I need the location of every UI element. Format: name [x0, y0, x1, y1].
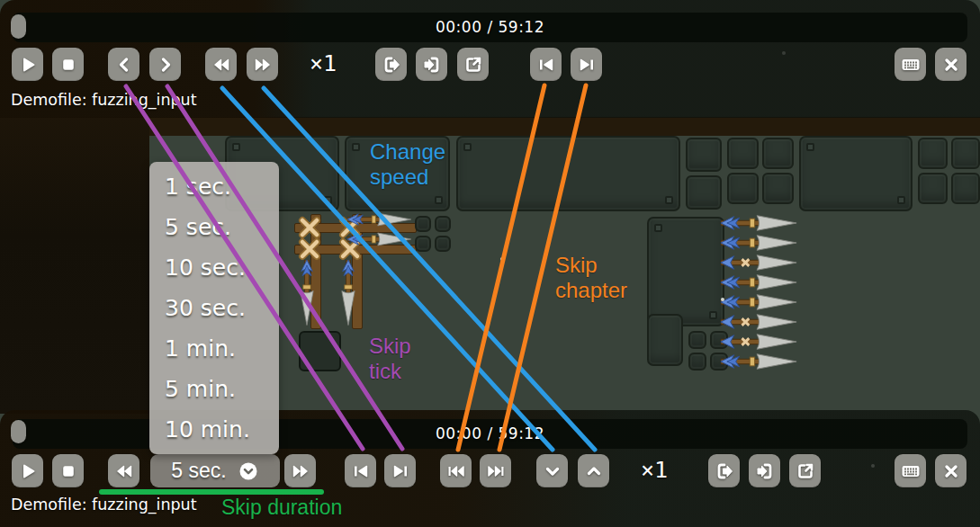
tile — [415, 216, 431, 232]
close-button[interactable] — [935, 454, 967, 487]
dropdown-value: 5 sec. — [171, 459, 226, 483]
speed-indicator: ×1 — [641, 457, 668, 483]
skip-chapter-forward-button[interactable] — [480, 454, 511, 487]
arrow-sprite — [721, 214, 800, 232]
arrow-sprite-down — [339, 260, 357, 328]
tile — [799, 136, 913, 211]
tile — [918, 138, 948, 169]
menu-item[interactable]: 10 min. — [149, 409, 279, 450]
arrow-sprite — [347, 230, 414, 248]
tile — [688, 353, 706, 371]
demofile-label: Demofile: fuzzing_input — [11, 496, 197, 514]
tile — [299, 331, 341, 371]
skip-chapter-back-button[interactable] — [440, 454, 472, 487]
import-button[interactable] — [749, 454, 780, 487]
tile — [951, 138, 980, 169]
open-external-button[interactable] — [457, 48, 489, 81]
skip-tick-back-button[interactable] — [108, 48, 139, 81]
tile — [727, 138, 759, 169]
skip-duration-menu: 1 sec. 5 sec. 10 sec. 30 sec. 1 min. 5 m… — [149, 162, 279, 454]
tile — [456, 136, 680, 211]
arrow-sprite — [721, 333, 800, 351]
export-button[interactable] — [708, 454, 740, 487]
seek-bar[interactable]: 00:00 / 59:12 — [13, 13, 967, 42]
skip-duration-back-button[interactable] — [108, 454, 139, 487]
tile — [951, 173, 980, 204]
arrow-sprite — [721, 234, 800, 252]
menu-item[interactable]: 1 min. — [149, 328, 279, 369]
speed-down-button[interactable] — [536, 454, 568, 487]
close-button[interactable] — [935, 48, 967, 81]
import-button[interactable] — [416, 48, 447, 81]
menu-item[interactable]: 30 sec. — [149, 288, 279, 328]
skip-chapter-forward-button[interactable] — [571, 48, 602, 81]
time-display: 00:00 / 59:12 — [436, 424, 544, 442]
bottom-player-panel: 00:00 / 59:12 5 sec. ×1 — [0, 410, 980, 527]
skip-chapter-back-button[interactable] — [530, 48, 562, 81]
star-dot — [721, 298, 724, 301]
speed-up-button[interactable] — [247, 48, 278, 81]
menu-item[interactable]: 5 sec. — [149, 207, 279, 247]
skip-duration-dropdown[interactable]: 5 sec. — [150, 454, 280, 487]
drag-handle[interactable] — [11, 14, 26, 39]
arrow-sprite — [721, 254, 800, 272]
arrow-sprite — [721, 353, 800, 371]
export-button[interactable] — [375, 48, 407, 81]
tile — [688, 331, 706, 349]
tile — [686, 138, 722, 172]
x-mark — [298, 216, 321, 239]
arrow-sprite — [347, 210, 414, 228]
skip-duration-forward-button[interactable] — [284, 454, 316, 487]
tile — [415, 236, 431, 252]
keyboard-button[interactable] — [895, 48, 926, 81]
play-button[interactable] — [12, 454, 43, 487]
circle-chevron-down-icon — [238, 460, 259, 482]
speed-up-button[interactable] — [578, 454, 609, 487]
tile — [727, 173, 759, 204]
tile — [647, 217, 724, 326]
tile — [435, 236, 451, 252]
menu-item[interactable]: 5 min. — [149, 369, 279, 409]
arrow-sprite — [721, 313, 800, 331]
tile — [762, 173, 794, 204]
arrow-sprite — [721, 273, 800, 291]
tile — [686, 175, 722, 210]
time-display: 00:00 / 59:12 — [436, 18, 544, 36]
annotation-change-speed: Change speed — [370, 139, 460, 190]
annotation-skip-chapter: Skip chapter — [555, 253, 650, 303]
tile — [762, 138, 794, 169]
annotation-skip-duration: Skip duration — [221, 495, 342, 520]
speed-indicator: ×1 — [310, 50, 337, 76]
top-player-panel: 00:00 / 59:12 ×1 Demofil — [0, 0, 980, 118]
stop-button[interactable] — [52, 454, 84, 487]
x-mark — [298, 237, 321, 261]
annotation-skip-tick: Skip tick — [369, 334, 432, 384]
skip-tick-forward-button[interactable] — [149, 48, 181, 81]
skip-tick-back-button[interactable] — [345, 454, 376, 487]
skip-tick-forward-button[interactable] — [384, 454, 416, 487]
menu-item[interactable]: 10 sec. — [149, 247, 279, 288]
keyboard-button[interactable] — [895, 454, 926, 487]
side-panel-shadow — [0, 117, 149, 414]
speed-down-button[interactable] — [205, 48, 237, 81]
play-button[interactable] — [12, 48, 43, 81]
drag-handle[interactable] — [11, 420, 26, 443]
arrow-sprite-down — [298, 260, 316, 328]
open-external-button[interactable] — [789, 454, 821, 487]
screenshot-root: 00:00 / 59:12 ×1 Demofil — [0, 0, 980, 527]
tile — [435, 216, 451, 232]
tile — [647, 314, 683, 366]
arrow-sprite — [721, 293, 800, 311]
demofile-label: Demofile: fuzzing_input — [11, 91, 197, 109]
tile — [918, 173, 948, 204]
star-dot — [500, 257, 504, 261]
stop-button[interactable] — [52, 48, 84, 81]
menu-item[interactable]: 1 sec. — [149, 166, 279, 207]
